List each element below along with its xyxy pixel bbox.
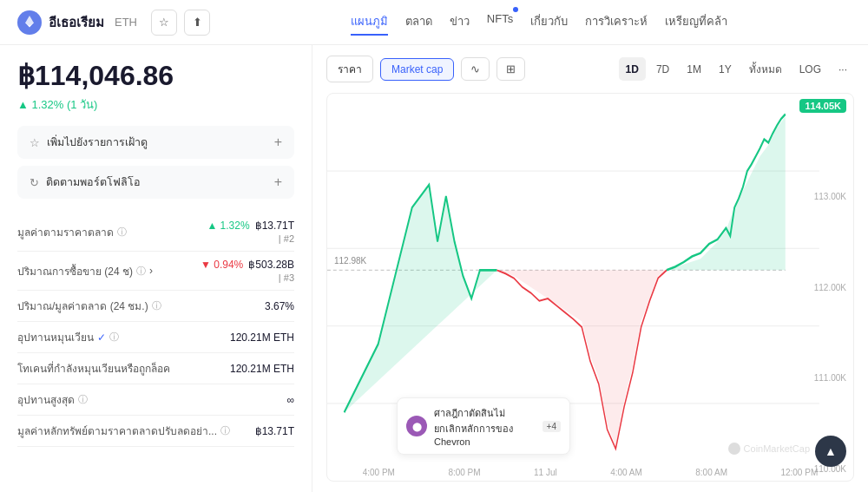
market-cap-button[interactable]: Market cap: [380, 58, 454, 81]
stat-row-fdv: มูลค่าหลักทรัพย์ตามราคาตลาดปรับลดอย่า...…: [17, 416, 294, 447]
stat-row-circ-supply: อุปทานหมุนเวียน ✓ ⓘ 120.21M ETH: [17, 322, 294, 353]
info-icon-4[interactable]: ⓘ: [109, 331, 119, 344]
scroll-top-button[interactable]: ▲: [815, 436, 846, 467]
add-watchlist-button[interactable]: ☆ เพิ่มไปยังรายการเฝ้าดู +: [17, 126, 294, 159]
plus-icon-2: +: [274, 174, 282, 190]
time-1y[interactable]: 1Y: [712, 57, 739, 81]
time-more[interactable]: ···: [832, 57, 854, 81]
y-label-111: 111.00K: [814, 373, 846, 383]
info-icon-1[interactable]: ⓘ: [117, 226, 127, 239]
time-all[interactable]: ทั้งหมด: [742, 57, 789, 81]
news-text: ศาลฎีกาตัดสินไม่ยกเลิกหลักการของ Chevron: [434, 405, 532, 447]
stat-val-6: ∞: [286, 394, 294, 406]
stat-row-vol-mktcap: ปริมาณ/มูลค่าตลาด (24 ชม.) ⓘ 3.67%: [17, 291, 294, 322]
chart-area: 114.05K 113.00K 112.00K 111.00K 110.00K …: [326, 93, 854, 482]
portfolio-button[interactable]: ↻ ติดตามพอร์ตโฟลิโอ +: [17, 166, 294, 199]
news-icon: ⬤: [406, 416, 427, 436]
tab-similar[interactable]: เหรียญที่คล้า: [665, 9, 727, 36]
stat-label-locked: โทเคนที่กำลังหมุนเวียนหรือถูกล็อค: [17, 360, 170, 377]
share-button[interactable]: ⬆: [184, 10, 210, 36]
info-icon-5[interactable]: ⓘ: [78, 393, 88, 406]
svg-marker-6: [345, 185, 497, 412]
stat-label-vol-mktcap: ปริมาณ/มูลค่าตลาด (24 ชม.): [17, 298, 148, 314]
action-buttons: ☆ เพิ่มไปยังรายการเฝ้าดู + ↻ ติดตามพอร์ต…: [17, 126, 294, 199]
main-content: ฿114,046.86 ▲ 1.32% (1 วัน) ☆ เพิ่มไปยัง…: [0, 45, 868, 492]
svg-marker-8: [667, 116, 786, 270]
stat-val-1: ฿13.71T: [255, 220, 294, 232]
left-panel: ฿114,046.86 ▲ 1.32% (1 วัน) ☆ เพิ่มไปยัง…: [0, 45, 312, 492]
y-axis-labels: 114.05K 113.00K 112.00K 111.00K 110.00K: [814, 94, 846, 481]
stat-label-fdv: มูลค่าหลักทรัพย์ตามราคาตลาดปรับลดอย่า...: [17, 423, 217, 439]
tab-about[interactable]: เกี่ยวกับ: [530, 9, 568, 36]
cmc-logo-icon: [728, 443, 740, 455]
stats-table: มูลค่าตามราคาตลาด ⓘ ▲ 1.32% ฿13.71T | #2: [17, 213, 294, 447]
chevron-up-icon: ▲: [825, 444, 837, 458]
stat-pct-2: ▼ 0.94%: [201, 259, 243, 271]
y-label-112: 112.00K: [814, 283, 846, 292]
x-label-8am: 8:00 AM: [695, 468, 727, 477]
tab-chart[interactable]: แผนภูมิ: [351, 9, 388, 36]
top-nav: อีเธอเรียม ETH ☆ ⬆ แผนภูมิ ตลาด ข่าว NFT…: [0, 0, 868, 45]
portfolio-label: ติดตามพอร์ตโฟลิโอ: [46, 174, 141, 191]
current-price-tag: 114.05K: [799, 99, 846, 113]
portfolio-icon: ↻: [30, 176, 39, 189]
svg-point-9: [728, 443, 740, 455]
nav-icons: ☆ ⬆: [151, 10, 210, 36]
x-label-4pm: 4:00 PM: [363, 468, 395, 477]
coin-name: อีเธอเรียม: [49, 12, 104, 33]
logo-area: อีเธอเรียม ETH ☆ ⬆: [17, 10, 210, 36]
tab-market[interactable]: ตลาด: [405, 9, 432, 36]
time-1m[interactable]: 1M: [680, 57, 708, 81]
chart-controls: ราคา Market cap ∿ ⊞ 1D 7D 1M 1Y ทั้งหมด …: [326, 56, 854, 82]
stat-row-marketcap: มูลค่าตามราคาตลาด ⓘ ▲ 1.32% ฿13.71T | #2: [17, 213, 294, 252]
time-log[interactable]: LOG: [792, 57, 828, 81]
candlestick-icon[interactable]: ⊞: [496, 57, 525, 81]
cmc-text: CoinMarketCap: [744, 443, 810, 454]
info-icon-2[interactable]: ⓘ: [136, 265, 146, 278]
coinmarketcap-logo: CoinMarketCap: [728, 443, 810, 455]
x-label-8pm: 8:00 PM: [448, 468, 480, 477]
coin-symbol: ETH: [115, 16, 137, 29]
stat-val-3: 3.67%: [265, 300, 294, 312]
time-1d[interactable]: 1D: [619, 57, 646, 81]
info-icon-3[interactable]: ⓘ: [152, 299, 161, 312]
eth-icon: [17, 10, 42, 35]
news-bubble[interactable]: ⬤ ศาลฎีกาตัดสินไม่ยกเลิกหลักการของ Chevr…: [397, 397, 570, 455]
stat-val-2: ฿503.28B: [248, 259, 294, 271]
stat-pct-1: ▲ 1.32%: [207, 220, 249, 232]
time-buttons: 1D 7D 1M 1Y ทั้งหมด LOG ···: [619, 57, 854, 81]
x-label-12pm: 12:00 PM: [780, 468, 818, 477]
stat-rank-2: | #3: [279, 272, 294, 283]
star-icon: ☆: [30, 136, 40, 149]
expand-icon-volume[interactable]: ›: [149, 265, 153, 277]
plus-icon: +: [274, 134, 282, 150]
news-count: +4: [542, 421, 561, 432]
stat-val-7: ฿13.71T: [255, 425, 294, 437]
line-chart-icon[interactable]: ∿: [461, 57, 490, 81]
stat-val-4: 120.21M ETH: [230, 331, 294, 344]
verified-icon: ✓: [97, 331, 106, 344]
stat-label-volume: ปริมาณการซื้อขาย (24 ช): [17, 263, 133, 279]
tab-nfts[interactable]: NFTs: [487, 9, 513, 36]
main-price: ฿114,046.86: [17, 59, 294, 92]
favorite-button[interactable]: ☆: [151, 10, 177, 36]
x-axis-labels: 4:00 PM 8:00 PM 11 Jul 4:00 AM 8:00 AM 1…: [327, 468, 853, 477]
tab-analysis[interactable]: การวิเคราะห์: [585, 9, 648, 36]
ref-line-label: 112.98K: [334, 256, 366, 266]
y-label-113: 113.00K: [814, 192, 846, 201]
stat-row-locked: โทเคนที่กำลังหมุนเวียนหรือถูกล็อค 120.21…: [17, 353, 294, 384]
stat-row-volume: ปริมาณการซื้อขาย (24 ช) ⓘ › ▼ 0.94% ฿503…: [17, 252, 294, 291]
nav-tabs: แผนภูมิ ตลาด ข่าว NFTs เกี่ยวกับ การวิเค…: [227, 9, 851, 36]
price-button[interactable]: ราคา: [326, 56, 373, 82]
tab-news[interactable]: ข่าว: [450, 9, 470, 36]
stat-rank-1: | #2: [279, 233, 294, 244]
x-label-4am: 4:00 AM: [610, 468, 642, 477]
info-icon-6[interactable]: ⓘ: [220, 424, 230, 437]
time-7d[interactable]: 7D: [649, 57, 676, 81]
star-icon: ☆: [159, 16, 169, 29]
price-tag-value: 114.05K: [805, 101, 841, 111]
stat-row-max-supply: อุปทานสูงสุด ⓘ ∞: [17, 384, 294, 416]
stat-label-max: อุปทานสูงสุด: [17, 391, 75, 408]
share-icon: ⬆: [193, 16, 202, 29]
stat-label-marketcap: มูลค่าตามราคาตลาด: [17, 224, 114, 240]
